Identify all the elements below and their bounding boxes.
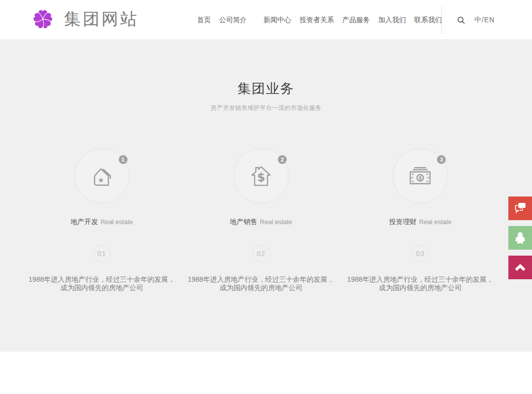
banknote-icon: $	[406, 162, 434, 190]
business-card-investment[interactable]: $ 3 投资理财Real estate 03 1988年进入房地产行业，经过三十…	[341, 148, 500, 292]
site-title: 集团网站	[64, 8, 139, 31]
business-card-sales[interactable]: $ 2 地产销售Real estate 02 1988年进入房地产行业，经过三十…	[181, 148, 340, 292]
back-to-top-button[interactable]	[508, 256, 532, 279]
card-title: 地产销售Real estate	[181, 218, 340, 227]
card-title: 地产开发Real estate	[22, 218, 181, 227]
card-title-en: Real estate	[100, 218, 133, 226]
search-icon[interactable]	[457, 16, 466, 25]
qq-button[interactable]	[508, 226, 532, 250]
card-title: 投资理财Real estate	[341, 218, 500, 227]
nav-item-investors[interactable]: 投资者关系	[299, 16, 334, 25]
section-title: 集团业务	[0, 82, 532, 96]
card-description: 1988年进入房地产行业，经过三十余年的发展，成为国内领先的房地产公司	[346, 275, 494, 292]
card-title-cn: 投资理财	[389, 218, 417, 226]
floating-button-stack	[508, 197, 532, 285]
nav-item-home[interactable]: 首页	[197, 16, 211, 25]
house-dollar-icon: $	[246, 161, 276, 191]
card-icon-circle: $ 3	[393, 148, 448, 203]
messages-button[interactable]	[508, 197, 532, 220]
nav-item-news[interactable]: 新闻中心	[264, 16, 291, 25]
qq-penguin-icon	[512, 229, 529, 247]
card-title-cn: 地产销售	[230, 218, 258, 226]
svg-text:$: $	[419, 175, 422, 181]
section-subtitle: 房产开发销售维护平台一流的市场化服务	[0, 104, 532, 112]
card-number-badge: 2	[278, 155, 287, 164]
nav-item-join-us[interactable]: 加入我们	[378, 16, 406, 25]
house-star-icon	[88, 162, 116, 190]
card-title-cn: 地产开发	[70, 218, 98, 226]
card-index: 03	[411, 245, 429, 263]
header: 集团网站 首页 公司简介 新闻中心 投资者关系 产品服务 加入我们 联系我们 中…	[0, 0, 532, 40]
card-icon-circle: 1	[74, 148, 130, 203]
business-card-development[interactable]: 1 地产开发Real estate 01 1988年进入房地产行业，经过三十余年…	[22, 148, 181, 292]
main-nav: 首页 公司简介 新闻中心 投资者关系 产品服务 加入我们 联系我们	[197, 0, 442, 40]
card-description: 1988年进入房地产行业，经过三十余年的发展，成为国内领先的房地产公司	[28, 275, 176, 292]
card-title-en: Real estate	[260, 218, 293, 226]
card-title-en: Real estate	[419, 218, 452, 226]
language-toggle[interactable]: 中/EN	[474, 16, 495, 25]
card-description: 1988年进入房地产行业，经过三十余年的发展，成为国内领先的房地产公司	[187, 275, 335, 292]
card-index: 02	[252, 245, 270, 263]
chat-bubbles-icon	[512, 199, 529, 217]
nav-tools: 中/EN	[442, 0, 532, 40]
nav-item-products[interactable]: 产品服务	[342, 16, 370, 25]
nav-item-contact[interactable]: 联系我们	[414, 16, 442, 25]
card-index: 01	[93, 245, 111, 263]
group-business-section: 集团业务 房产开发销售维护平台一流的市场化服务 1 地产开发Real estat…	[0, 40, 532, 352]
card-number-badge: 1	[119, 155, 128, 164]
logo[interactable]: 集团网站	[31, 6, 139, 32]
chevron-up-icon	[512, 259, 529, 276]
nav-item-about[interactable]: 公司简介	[219, 16, 247, 25]
business-cards: 1 地产开发Real estate 01 1988年进入房地产行业，经过三十余年…	[22, 148, 500, 292]
svg-text:$: $	[257, 170, 265, 184]
flower-logo-icon	[31, 6, 55, 32]
card-icon-circle: $ 2	[233, 148, 289, 203]
card-number-badge: 3	[437, 155, 446, 164]
